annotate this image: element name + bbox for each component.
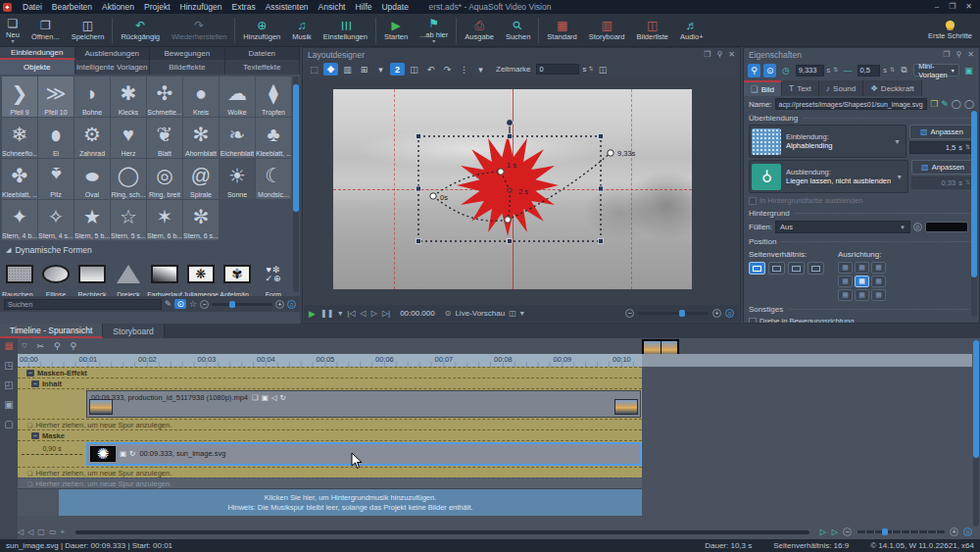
maximize-button[interactable]: ❐ <box>949 2 956 11</box>
alignment-button[interactable]: ▦ <box>855 262 869 274</box>
collapse-icon[interactable]: – <box>31 380 39 387</box>
shape-tile[interactable]: ❯ Pfeil 9 <box>2 76 37 117</box>
shape-tile[interactable]: ✱ Klecks <box>111 76 146 117</box>
designer-tool-button[interactable]: ⊞ <box>357 63 371 75</box>
aspect-ratio-button[interactable] <box>788 262 805 275</box>
shape-tile[interactable]: ◗ Bohne <box>74 76 110 117</box>
timeline-zoom-in[interactable]: + <box>950 527 958 536</box>
timeline-control-icon[interactable]: ◁ <box>18 527 24 536</box>
timeline-tab[interactable]: Storyboard <box>103 324 165 338</box>
properties-tab[interactable]: ♪ Sound <box>819 80 863 96</box>
shape-tile[interactable]: ♥ Herz <box>111 118 146 158</box>
minimize-button[interactable]: – <box>935 2 939 11</box>
shape-tile[interactable]: ❦ Blatt <box>147 118 182 158</box>
alignment-button[interactable]: ▦ <box>871 289 886 301</box>
shape-tile[interactable]: ☆ Stern, 5 s... <box>111 200 146 240</box>
shape-tile[interactable]: ★ Stern, 5 b... <box>74 200 110 240</box>
track-group-masken[interactable]: – Masken-Effekt <box>18 367 642 377</box>
toolbox-subtab[interactable]: Intelligente Vorlagen <box>75 60 151 75</box>
scrollbar-thumb[interactable] <box>293 84 299 212</box>
eye-toggle-icon[interactable]: ⊙ <box>763 64 776 77</box>
offset-input[interactable]: 0,5 <box>858 65 881 76</box>
panel-maximize-icon[interactable]: ❐ <box>704 50 710 59</box>
panel-pin-icon[interactable]: ⚲ <box>956 50 961 59</box>
clip-icon[interactable]: ▣ <box>120 449 126 458</box>
preview-image[interactable]: 0s 1 s 2 s 9,33s <box>333 89 692 289</box>
alignment-button[interactable]: ▦ <box>838 262 853 274</box>
scrollbar-thumb[interactable] <box>971 111 977 277</box>
panel-pin-icon[interactable]: ⚲ <box>716 50 722 59</box>
toolbar-button[interactable] <box>456 18 457 43</box>
toolbar-button[interactable]: ☰ Einstellungen <box>318 15 373 46</box>
clip-icon[interactable]: ↻ <box>129 449 135 458</box>
toolbar-button[interactable]: ❏ Neu ▾ <box>0 15 25 46</box>
transport-button[interactable]: ▶ <box>309 309 316 319</box>
shape-tile[interactable]: ◎ Ring, breit <box>147 159 182 199</box>
ausblendung-anpassen-button[interactable]: ▧ Anpassen <box>911 160 974 175</box>
properties-tab[interactable]: ❖ Deckkraft <box>863 80 921 96</box>
shape-tile[interactable]: ❄ Schneeflo... <box>2 118 37 158</box>
panel-close-icon[interactable]: ✕ <box>728 50 735 59</box>
shape-tile[interactable]: ● Ei <box>38 118 74 158</box>
transport-button[interactable]: |◁ <box>347 309 355 318</box>
designer-tool-button[interactable]: ▥ <box>340 63 355 75</box>
toolbar-button[interactable]: ♫ Musik <box>286 15 318 46</box>
clip-icon[interactable]: ▣ <box>262 393 269 402</box>
file-icon[interactable]: ❐ <box>930 99 938 109</box>
camera-icon[interactable]: ◫ <box>596 63 611 75</box>
dynamic-shape-tile[interactable]: Ellipse <box>38 257 74 298</box>
toolbar-button[interactable]: ↷ Wiederherstellen <box>166 15 232 46</box>
designer-tool-button[interactable]: ✥ <box>323 63 338 75</box>
video-clip[interactable]: 00:09.333, production_id_5117938 (1080p)… <box>86 390 641 418</box>
clip-icon[interactable]: ↻ <box>280 393 286 402</box>
toolbar-button[interactable]: ⎙ Ausgabe <box>459 15 500 46</box>
shape-tile[interactable]: ✣ Schmette... <box>147 76 182 117</box>
properties-tab[interactable]: ❏ Bild <box>744 80 782 96</box>
toolbar-button[interactable]: ❐ Öffnen... <box>25 15 66 46</box>
properties-tab[interactable]: T Text <box>782 80 819 96</box>
einblendung-time-spinner[interactable]: 1,5 s ⇅ <box>909 141 974 154</box>
designer-tool-button[interactable]: ▾ <box>373 63 388 75</box>
timeline-scrollbar-horizontal[interactable] <box>75 530 809 534</box>
timeline-zoom-reset[interactable]: ○ <box>963 527 972 536</box>
toolbar-button[interactable] <box>112 18 113 43</box>
panel-close-icon[interactable]: ✕ <box>967 50 974 59</box>
shape-tile[interactable]: ✼ Stern, 6 s... <box>183 200 219 240</box>
dynamic-shapes-header[interactable]: ◢ Dynamische Formen <box>0 243 300 256</box>
menu-item[interactable]: Ansicht <box>314 2 351 12</box>
designer-tool-button[interactable]: ⬚ <box>307 63 321 75</box>
timeline-zoom-out[interactable]: − <box>843 527 852 536</box>
scrollbar-thumb[interactable] <box>973 340 979 458</box>
reset-zoom-button[interactable]: ○ <box>287 300 296 309</box>
shape-tile[interactable]: ≫ Pfeil 10 <box>38 76 74 117</box>
aspect-ratio-button[interactable] <box>749 262 765 275</box>
toolbar-button[interactable]: ▦ Standard <box>541 15 582 46</box>
toolbox-tab[interactable]: Einblendungen <box>0 47 75 60</box>
transport-button[interactable]: ▾ <box>338 309 342 318</box>
dynamic-shape-tile[interactable]: ♥✼✓⊕ Form <box>256 257 291 298</box>
music-track[interactable]: Klicken Sie hier, um Hintergrundmusik hi… <box>18 488 642 516</box>
designer-tool-button[interactable]: ▾ <box>473 63 488 75</box>
circle-icon[interactable]: ◯ <box>964 99 974 109</box>
timeline-side-icon[interactable]: ▢ <box>4 419 13 429</box>
spinner-icon[interactable]: ⇅ <box>589 67 594 72</box>
zoom-in-button[interactable]: + <box>275 300 284 309</box>
play-icon[interactable]: ▷ <box>832 527 838 536</box>
timeline-control-icon[interactable]: ▭ <box>49 527 57 536</box>
toolbox-subtab[interactable]: Texteffekte <box>225 60 301 75</box>
dynamic-shape-tile[interactable]: ❋ Juliamenge <box>183 257 219 298</box>
circle-icon[interactable]: ◯ <box>952 99 961 109</box>
menu-item[interactable]: Bearbeiten <box>47 2 97 12</box>
shape-tile[interactable]: ⚙ Zahnrad <box>74 118 110 158</box>
alignment-button[interactable]: ▦ <box>838 289 853 301</box>
shape-tile[interactable]: ♣ Kleeblatt, ... <box>256 118 291 158</box>
canvas-zoom-slider[interactable] <box>638 312 709 315</box>
fuellen-select[interactable]: Aus ▼ <box>775 221 910 233</box>
track-inhalt-header[interactable]: – Inhalt <box>18 377 642 388</box>
toolbox-subtab[interactable]: Bildeffekte <box>150 60 225 75</box>
play-icon[interactable]: ▷ <box>820 527 826 536</box>
designer-tool-button[interactable]: ↷ <box>440 63 455 75</box>
properties-scrollbar[interactable] <box>971 109 977 317</box>
transport-button[interactable]: ▷| <box>382 309 390 318</box>
timeline-side-icon[interactable]: ◳ <box>4 360 13 371</box>
